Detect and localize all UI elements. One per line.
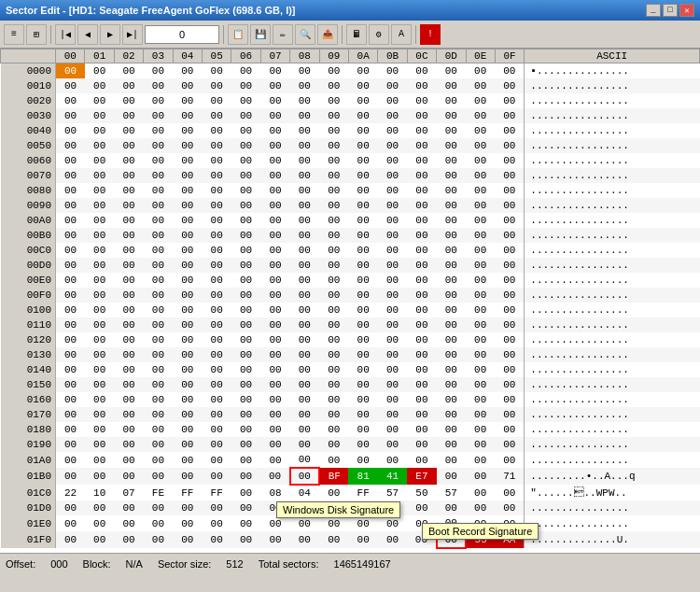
hex-cell[interactable]: 00: [173, 303, 202, 317]
hex-cell[interactable]: 00: [348, 243, 377, 258]
hex-cell[interactable]: 00: [203, 168, 231, 183]
hex-cell[interactable]: 00: [260, 362, 289, 377]
hex-cell[interactable]: 00: [114, 362, 143, 377]
hex-cell[interactable]: 00: [203, 213, 231, 228]
hex-cell[interactable]: 00: [85, 153, 114, 168]
hex-cell[interactable]: 00: [231, 63, 260, 79]
hex-cell[interactable]: 41: [378, 468, 407, 485]
hex-cell[interactable]: 00: [466, 153, 495, 168]
hex-cell[interactable]: 00: [144, 198, 173, 213]
hex-cell[interactable]: 00: [231, 332, 260, 347]
hex-cell[interactable]: 00: [144, 288, 173, 303]
hex-cell[interactable]: 00: [56, 243, 85, 258]
hex-cell[interactable]: 00: [437, 108, 466, 123]
hex-cell[interactable]: 00: [348, 422, 377, 437]
hex-cell[interactable]: 00: [407, 123, 436, 138]
hex-cell[interactable]: 00: [173, 183, 202, 198]
hex-cell[interactable]: 00: [114, 138, 143, 153]
hex-cell[interactable]: 00: [378, 63, 407, 79]
hex-cell[interactable]: 00: [290, 243, 319, 258]
hex-cell[interactable]: 00: [378, 93, 407, 108]
hex-cell[interactable]: 00: [319, 362, 348, 377]
hex-cell[interactable]: 00: [144, 213, 173, 228]
hex-cell[interactable]: 00: [173, 468, 202, 485]
hex-cell[interactable]: 00: [114, 123, 143, 138]
hex-cell[interactable]: 00: [85, 515, 114, 531]
hex-cell[interactable]: 00: [173, 317, 202, 332]
hex-cell[interactable]: 00: [348, 452, 377, 468]
hex-cell[interactable]: 00: [407, 362, 436, 377]
hex-cell[interactable]: 00: [231, 288, 260, 303]
hex-cell[interactable]: 00: [85, 392, 114, 407]
hex-cell[interactable]: 00: [348, 93, 377, 108]
hex-cell[interactable]: 00: [495, 243, 524, 258]
hex-cell[interactable]: 00: [144, 228, 173, 243]
hex-cell[interactable]: 00: [348, 317, 377, 332]
hex-cell[interactable]: 00: [290, 377, 319, 392]
hex-cell[interactable]: 00: [319, 108, 348, 123]
hex-cell[interactable]: 00: [144, 468, 173, 485]
hex-cell[interactable]: 00: [56, 303, 85, 317]
hex-cell[interactable]: 00: [85, 243, 114, 258]
hex-cell[interactable]: 00: [144, 153, 173, 168]
hex-cell[interactable]: 00: [56, 422, 85, 437]
hex-cell[interactable]: 00: [466, 228, 495, 243]
hex-cell[interactable]: 00: [260, 422, 289, 437]
hex-cell[interactable]: 00: [495, 437, 524, 452]
hex-cell[interactable]: 00: [85, 123, 114, 138]
hex-cell[interactable]: 00: [173, 273, 202, 288]
hex-cell[interactable]: 00: [85, 258, 114, 273]
hex-cell[interactable]: 00: [495, 63, 524, 79]
hex-cell[interactable]: 00: [495, 108, 524, 123]
hex-cell[interactable]: 00: [348, 123, 377, 138]
hex-cell[interactable]: 00: [231, 78, 260, 93]
hex-cell[interactable]: 00: [378, 168, 407, 183]
hex-cell[interactable]: 00: [173, 332, 202, 347]
hex-cell[interactable]: 00: [466, 485, 495, 500]
hex-cell[interactable]: 00: [319, 422, 348, 437]
hex-cell[interactable]: 00: [437, 422, 466, 437]
maximize-button[interactable]: □: [663, 4, 678, 17]
hex-cell[interactable]: 00: [203, 531, 231, 548]
hex-cell[interactable]: 00: [260, 531, 289, 548]
hex-cell[interactable]: 00: [466, 108, 495, 123]
hex-cell[interactable]: 00: [56, 63, 85, 79]
hex-cell[interactable]: 00: [407, 332, 436, 347]
hex-cell[interactable]: 00: [290, 63, 319, 79]
hex-cell[interactable]: 00: [173, 93, 202, 108]
hex-cell[interactable]: 00: [437, 437, 466, 452]
hex-cell[interactable]: 00: [407, 153, 436, 168]
tool2-btn[interactable]: ⚙: [369, 24, 389, 45]
hex-cell[interactable]: 00: [378, 273, 407, 288]
hex-cell[interactable]: 00: [231, 168, 260, 183]
hex-cell[interactable]: 00: [319, 228, 348, 243]
hex-cell[interactable]: 00: [144, 500, 173, 515]
hex-cell[interactable]: 00: [319, 243, 348, 258]
hex-cell[interactable]: 00: [203, 258, 231, 273]
hex-cell[interactable]: 00: [85, 377, 114, 392]
hex-cell[interactable]: 00: [85, 63, 114, 79]
hex-cell[interactable]: 00: [260, 332, 289, 347]
hex-cell[interactable]: 00: [260, 108, 289, 123]
hex-cell[interactable]: 00: [173, 531, 202, 548]
hex-cell[interactable]: 00: [260, 273, 289, 288]
prev-btn[interactable]: ◀: [77, 24, 98, 45]
hex-cell[interactable]: FF: [348, 485, 377, 500]
hex-cell[interactable]: 00: [144, 93, 173, 108]
hex-cell[interactable]: 00: [260, 317, 289, 332]
hex-cell[interactable]: 00: [378, 138, 407, 153]
last-btn[interactable]: ▶|: [122, 24, 143, 45]
hex-cell[interactable]: 00: [56, 377, 85, 392]
hex-cell[interactable]: 00: [144, 63, 173, 79]
hex-cell[interactable]: 00: [437, 468, 466, 485]
hex-cell[interactable]: 00: [437, 273, 466, 288]
hex-cell[interactable]: 00: [348, 153, 377, 168]
hex-cell[interactable]: 00: [173, 362, 202, 377]
hex-cell[interactable]: 00: [495, 317, 524, 332]
hex-cell[interactable]: 00: [495, 407, 524, 422]
hex-cell[interactable]: 00: [231, 153, 260, 168]
hex-cell[interactable]: 00: [231, 198, 260, 213]
hex-cell[interactable]: 00: [173, 500, 202, 515]
hex-cell[interactable]: 00: [348, 407, 377, 422]
hex-cell[interactable]: 00: [173, 63, 202, 79]
